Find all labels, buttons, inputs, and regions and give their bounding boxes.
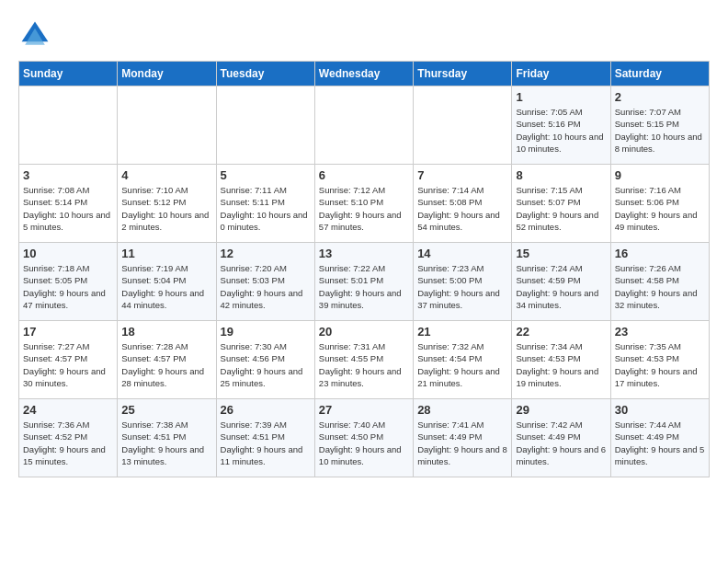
day-number: 1 [516, 90, 606, 104]
calendar-cell [216, 86, 314, 165]
calendar-cell: 26Sunrise: 7:39 AM Sunset: 4:51 PM Dayli… [216, 399, 314, 477]
day-info: Sunrise: 7:41 AM Sunset: 4:49 PM Dayligh… [417, 419, 507, 467]
day-number: 4 [121, 168, 211, 182]
calendar-cell: 30Sunrise: 7:44 AM Sunset: 4:49 PM Dayli… [610, 399, 709, 477]
day-number: 18 [121, 325, 211, 339]
day-info: Sunrise: 7:24 AM Sunset: 4:59 PM Dayligh… [516, 262, 606, 311]
weekday-header-friday: Friday [512, 62, 610, 86]
day-info: Sunrise: 7:44 AM Sunset: 4:49 PM Dayligh… [615, 419, 705, 467]
day-info: Sunrise: 7:22 AM Sunset: 5:01 PM Dayligh… [319, 262, 409, 311]
calendar-cell [118, 86, 216, 165]
calendar-cell: 7Sunrise: 7:14 AM Sunset: 5:08 PM Daylig… [414, 165, 512, 243]
day-number: 19 [221, 325, 311, 339]
day-number: 26 [221, 403, 311, 417]
day-info: Sunrise: 7:14 AM Sunset: 5:08 PM Dayligh… [417, 184, 507, 233]
day-number: 9 [615, 168, 705, 182]
day-number: 27 [319, 403, 409, 417]
day-number: 2 [615, 90, 705, 104]
day-info: Sunrise: 7:23 AM Sunset: 5:00 PM Dayligh… [417, 262, 507, 311]
calendar-cell: 22Sunrise: 7:34 AM Sunset: 4:53 PM Dayli… [512, 321, 610, 399]
weekday-header-saturday: Saturday [610, 62, 709, 86]
calendar-cell: 20Sunrise: 7:31 AM Sunset: 4:55 PM Dayli… [314, 321, 413, 399]
day-info: Sunrise: 7:31 AM Sunset: 4:55 PM Dayligh… [319, 340, 409, 389]
calendar-cell: 9Sunrise: 7:16 AM Sunset: 5:06 PM Daylig… [610, 165, 709, 243]
calendar-week-row: 1Sunrise: 7:05 AM Sunset: 5:16 PM Daylig… [19, 86, 710, 165]
day-number: 23 [615, 325, 705, 339]
day-info: Sunrise: 7:38 AM Sunset: 4:51 PM Dayligh… [121, 419, 211, 467]
day-info: Sunrise: 7:27 AM Sunset: 4:57 PM Dayligh… [23, 340, 113, 389]
calendar-cell: 8Sunrise: 7:15 AM Sunset: 5:07 PM Daylig… [512, 165, 610, 243]
day-number: 11 [121, 247, 211, 260]
calendar-cell: 12Sunrise: 7:20 AM Sunset: 5:03 PM Dayli… [216, 243, 314, 321]
calendar-week-row: 3Sunrise: 7:08 AM Sunset: 5:14 PM Daylig… [19, 165, 710, 243]
calendar-cell: 10Sunrise: 7:18 AM Sunset: 5:05 PM Dayli… [19, 243, 118, 321]
weekday-header-tuesday: Tuesday [216, 62, 314, 86]
day-number: 28 [417, 403, 507, 417]
day-number: 24 [23, 403, 113, 417]
day-number: 30 [615, 403, 705, 417]
calendar-week-row: 10Sunrise: 7:18 AM Sunset: 5:05 PM Dayli… [19, 243, 710, 321]
day-info: Sunrise: 7:42 AM Sunset: 4:49 PM Dayligh… [516, 419, 606, 467]
day-number: 14 [417, 247, 507, 260]
day-info: Sunrise: 7:05 AM Sunset: 5:16 PM Dayligh… [516, 106, 606, 155]
day-number: 29 [516, 403, 606, 417]
day-number: 5 [221, 168, 311, 182]
day-info: Sunrise: 7:20 AM Sunset: 5:03 PM Dayligh… [221, 262, 311, 311]
calendar-cell: 25Sunrise: 7:38 AM Sunset: 4:51 PM Dayli… [118, 399, 216, 477]
day-info: Sunrise: 7:18 AM Sunset: 5:05 PM Dayligh… [23, 262, 113, 311]
calendar-cell: 29Sunrise: 7:42 AM Sunset: 4:49 PM Dayli… [512, 399, 610, 477]
day-info: Sunrise: 7:28 AM Sunset: 4:57 PM Dayligh… [121, 340, 211, 389]
day-number: 21 [417, 325, 507, 339]
logo-icon [18, 18, 51, 52]
day-info: Sunrise: 7:19 AM Sunset: 5:04 PM Dayligh… [121, 262, 211, 311]
day-info: Sunrise: 7:16 AM Sunset: 5:06 PM Dayligh… [615, 184, 705, 233]
header [18, 18, 710, 52]
calendar-cell [19, 86, 118, 165]
calendar-cell: 15Sunrise: 7:24 AM Sunset: 4:59 PM Dayli… [512, 243, 610, 321]
day-number: 22 [516, 325, 606, 339]
calendar-cell: 28Sunrise: 7:41 AM Sunset: 4:49 PM Dayli… [414, 399, 512, 477]
day-info: Sunrise: 7:12 AM Sunset: 5:10 PM Dayligh… [319, 184, 409, 233]
calendar-table: SundayMondayTuesdayWednesdayThursdayFrid… [18, 61, 710, 477]
day-number: 6 [319, 168, 409, 182]
calendar-cell: 5Sunrise: 7:11 AM Sunset: 5:11 PM Daylig… [216, 165, 314, 243]
calendar-cell: 13Sunrise: 7:22 AM Sunset: 5:01 PM Dayli… [314, 243, 413, 321]
day-info: Sunrise: 7:26 AM Sunset: 4:58 PM Dayligh… [615, 262, 705, 311]
weekday-header-row: SundayMondayTuesdayWednesdayThursdayFrid… [19, 62, 710, 86]
day-info: Sunrise: 7:10 AM Sunset: 5:12 PM Dayligh… [121, 184, 211, 233]
day-info: Sunrise: 7:36 AM Sunset: 4:52 PM Dayligh… [23, 419, 113, 467]
day-number: 17 [23, 325, 113, 339]
weekday-header-thursday: Thursday [414, 62, 512, 86]
calendar-cell [414, 86, 512, 165]
day-info: Sunrise: 7:11 AM Sunset: 5:11 PM Dayligh… [221, 184, 311, 233]
calendar-cell: 11Sunrise: 7:19 AM Sunset: 5:04 PM Dayli… [118, 243, 216, 321]
day-info: Sunrise: 7:35 AM Sunset: 4:53 PM Dayligh… [615, 340, 705, 389]
calendar-cell: 23Sunrise: 7:35 AM Sunset: 4:53 PM Dayli… [610, 321, 709, 399]
day-info: Sunrise: 7:39 AM Sunset: 4:51 PM Dayligh… [221, 419, 311, 467]
day-number: 12 [221, 247, 311, 260]
weekday-header-wednesday: Wednesday [314, 62, 413, 86]
day-number: 8 [516, 168, 606, 182]
day-number: 10 [23, 247, 113, 260]
calendar-cell: 3Sunrise: 7:08 AM Sunset: 5:14 PM Daylig… [19, 165, 118, 243]
day-info: Sunrise: 7:07 AM Sunset: 5:15 PM Dayligh… [615, 106, 705, 155]
weekday-header-sunday: Sunday [19, 62, 118, 86]
calendar-cell [314, 86, 413, 165]
calendar-week-row: 17Sunrise: 7:27 AM Sunset: 4:57 PM Dayli… [19, 321, 710, 399]
calendar-cell: 1Sunrise: 7:05 AM Sunset: 5:16 PM Daylig… [512, 86, 610, 165]
calendar-cell: 14Sunrise: 7:23 AM Sunset: 5:00 PM Dayli… [414, 243, 512, 321]
calendar-cell: 4Sunrise: 7:10 AM Sunset: 5:12 PM Daylig… [118, 165, 216, 243]
day-info: Sunrise: 7:34 AM Sunset: 4:53 PM Dayligh… [516, 340, 606, 389]
calendar-cell: 19Sunrise: 7:30 AM Sunset: 4:56 PM Dayli… [216, 321, 314, 399]
day-info: Sunrise: 7:15 AM Sunset: 5:07 PM Dayligh… [516, 184, 606, 233]
calendar-cell: 17Sunrise: 7:27 AM Sunset: 4:57 PM Dayli… [19, 321, 118, 399]
day-number: 7 [417, 168, 507, 182]
calendar-cell: 16Sunrise: 7:26 AM Sunset: 4:58 PM Dayli… [610, 243, 709, 321]
day-info: Sunrise: 7:08 AM Sunset: 5:14 PM Dayligh… [23, 184, 113, 233]
day-number: 25 [121, 403, 211, 417]
weekday-header-monday: Monday [118, 62, 216, 86]
day-info: Sunrise: 7:32 AM Sunset: 4:54 PM Dayligh… [417, 340, 507, 389]
calendar-cell: 2Sunrise: 7:07 AM Sunset: 5:15 PM Daylig… [610, 86, 709, 165]
day-number: 13 [319, 247, 409, 260]
logo [18, 18, 55, 52]
